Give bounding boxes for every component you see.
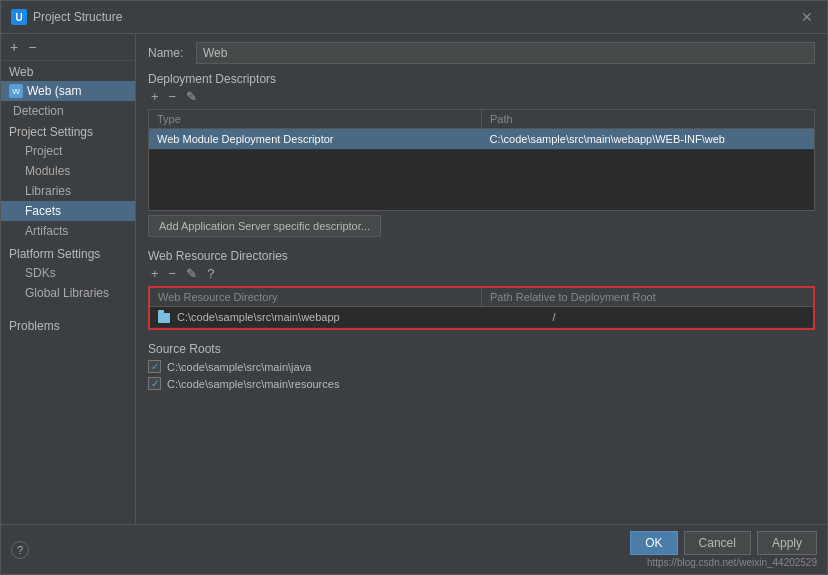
source-roots-title: Source Roots xyxy=(148,342,815,356)
dd-cell-type: Web Module Deployment Descriptor xyxy=(149,129,482,149)
facet-label: Web (sam xyxy=(27,84,81,98)
name-label: Name: xyxy=(148,46,188,60)
sidebar-item-global-libraries[interactable]: Global Libraries xyxy=(1,283,135,303)
web-resource-table: Web Resource Directory Path Relative to … xyxy=(148,286,815,330)
sidebar-toolbar: + − xyxy=(1,34,135,61)
wr-header-dir: Web Resource Directory xyxy=(150,288,482,306)
sidebar-problems-label: Problems xyxy=(1,315,135,335)
deployment-toolbar: + − ✎ xyxy=(148,88,815,105)
sidebar-item-sdks[interactable]: SDKs xyxy=(1,263,135,283)
help-button[interactable]: ? xyxy=(11,541,29,559)
source-root-checkbox-0[interactable] xyxy=(148,360,161,373)
table-row[interactable]: C:\code\sample\src\main\webapp / xyxy=(150,307,813,328)
sidebar-item-libraries[interactable]: Libraries xyxy=(1,181,135,201)
sidebar: + − Web W Web (sam Detection Project Set… xyxy=(1,34,136,524)
ok-button[interactable]: OK xyxy=(630,531,677,555)
wr-add-button[interactable]: + xyxy=(148,265,162,282)
sidebar-web-label: Web xyxy=(1,61,135,81)
add-server-descriptor-button[interactable]: Add Application Server specific descript… xyxy=(148,215,381,237)
deployment-descriptors-title: Deployment Descriptors xyxy=(148,72,815,86)
sidebar-remove-button[interactable]: − xyxy=(25,38,39,56)
sidebar-facet-web[interactable]: W Web (sam xyxy=(1,81,135,101)
dd-header-type: Type xyxy=(149,110,482,128)
sidebar-detection[interactable]: Detection xyxy=(1,101,135,121)
wr-cell-dir: C:\code\sample\src\main\webapp xyxy=(150,307,545,327)
dialog-title: Project Structure xyxy=(33,10,122,24)
source-root-path-0: C:\code\sample\src\main\java xyxy=(167,361,311,373)
deployment-descriptors-section: Deployment Descriptors + − ✎ Type Path W… xyxy=(148,72,815,237)
main-content: + − Web W Web (sam Detection Project Set… xyxy=(1,34,827,524)
apply-button[interactable]: Apply xyxy=(757,531,817,555)
url-bar: https://blog.csdn.net/weixin_44202529 xyxy=(647,557,817,568)
name-row: Name: xyxy=(148,42,815,64)
folder-icon xyxy=(158,313,170,323)
name-input[interactable] xyxy=(196,42,815,64)
web-resource-title: Web Resource Directories xyxy=(148,249,815,263)
dd-cell-path: C:\code\sample\src\main\webapp\WEB-INF\w… xyxy=(482,129,815,149)
facet-icon: W xyxy=(9,84,23,98)
source-roots-section: Source Roots C:\code\sample\src\main\jav… xyxy=(148,342,815,392)
right-panel: Name: Deployment Descriptors + − ✎ Type … xyxy=(136,34,827,524)
footer-right-wrapper: OK Cancel Apply https://blog.csdn.net/we… xyxy=(630,531,817,568)
footer-left: ? xyxy=(11,541,29,559)
wr-help-button[interactable]: ? xyxy=(204,265,217,282)
web-resource-toolbar: + − ✎ ? xyxy=(148,265,815,282)
project-structure-dialog: U Project Structure ✕ + − Web W Web (sam… xyxy=(0,0,828,575)
title-bar: U Project Structure ✕ xyxy=(1,1,827,34)
close-button[interactable]: ✕ xyxy=(797,7,817,27)
sidebar-item-artifacts[interactable]: Artifacts xyxy=(1,221,135,241)
platform-settings-label: Platform Settings xyxy=(1,241,135,263)
dd-remove-button[interactable]: − xyxy=(166,88,180,105)
title-bar-left: U Project Structure xyxy=(11,9,122,25)
project-settings-label: Project Settings xyxy=(1,121,135,141)
wr-cell-path: / xyxy=(545,307,813,327)
source-root-row-0: C:\code\sample\src\main\java xyxy=(148,358,815,375)
dd-table-spacer xyxy=(149,150,814,210)
cancel-button[interactable]: Cancel xyxy=(684,531,751,555)
deployment-descriptors-table: Type Path Web Module Deployment Descript… xyxy=(148,109,815,211)
dd-edit-button[interactable]: ✎ xyxy=(183,88,200,105)
wr-remove-button[interactable]: − xyxy=(166,265,180,282)
footer: ? OK Cancel Apply https://blog.csdn.net/… xyxy=(1,524,827,574)
sidebar-item-modules[interactable]: Modules xyxy=(1,161,135,181)
intellij-icon: U xyxy=(11,9,27,25)
web-resource-section: Web Resource Directories + − ✎ ? Web Res… xyxy=(148,249,815,330)
source-root-path-1: C:\code\sample\src\main\resources xyxy=(167,378,339,390)
sidebar-item-project[interactable]: Project xyxy=(1,141,135,161)
sidebar-item-facets[interactable]: Facets xyxy=(1,201,135,221)
dd-table-header: Type Path xyxy=(149,110,814,129)
wr-edit-button[interactable]: ✎ xyxy=(183,265,200,282)
wr-table-header: Web Resource Directory Path Relative to … xyxy=(150,288,813,307)
dd-add-button[interactable]: + xyxy=(148,88,162,105)
table-row[interactable]: Web Module Deployment Descriptor C:\code… xyxy=(149,129,814,150)
sidebar-add-button[interactable]: + xyxy=(7,38,21,56)
footer-buttons: OK Cancel Apply xyxy=(630,531,817,555)
dd-header-path: Path xyxy=(482,110,814,128)
source-root-checkbox-1[interactable] xyxy=(148,377,161,390)
source-root-row-1: C:\code\sample\src\main\resources xyxy=(148,375,815,392)
wr-header-path: Path Relative to Deployment Root xyxy=(482,288,813,306)
